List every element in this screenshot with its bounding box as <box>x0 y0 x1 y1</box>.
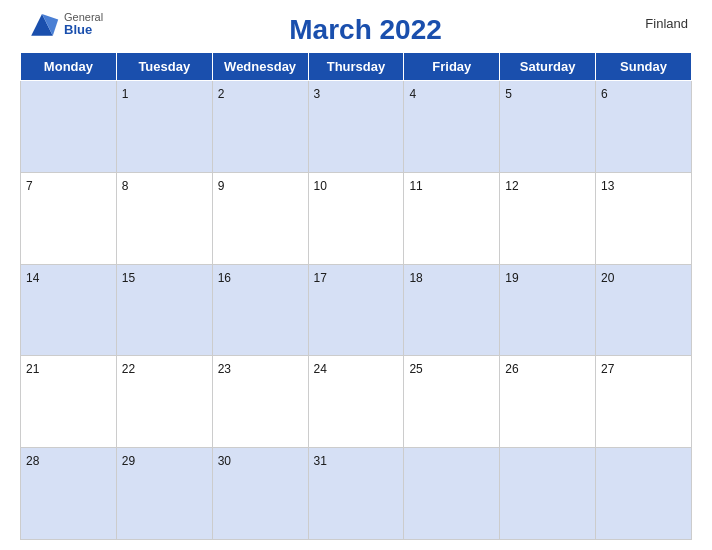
weekday-friday: Friday <box>404 53 500 81</box>
day-number: 2 <box>218 87 225 101</box>
day-number: 13 <box>601 179 614 193</box>
day-number: 19 <box>505 271 518 285</box>
weekday-thursday: Thursday <box>308 53 404 81</box>
weekday-monday: Monday <box>21 53 117 81</box>
calendar-cell: 12 <box>500 172 596 264</box>
calendar-cell: 17 <box>308 264 404 356</box>
day-number: 28 <box>26 454 39 468</box>
weekday-tuesday: Tuesday <box>116 53 212 81</box>
calendar-cell: 27 <box>596 356 692 448</box>
day-number: 26 <box>505 362 518 376</box>
day-number: 7 <box>26 179 33 193</box>
calendar-week-2: 78910111213 <box>21 172 692 264</box>
calendar-cell: 7 <box>21 172 117 264</box>
calendar-cell: 18 <box>404 264 500 356</box>
day-number: 14 <box>26 271 39 285</box>
weekday-saturday: Saturday <box>500 53 596 81</box>
day-number: 29 <box>122 454 135 468</box>
calendar-cell: 14 <box>21 264 117 356</box>
calendar-cell: 30 <box>212 448 308 540</box>
calendar-cell <box>500 448 596 540</box>
calendar-cell: 8 <box>116 172 212 264</box>
day-number: 31 <box>314 454 327 468</box>
day-number: 17 <box>314 271 327 285</box>
day-number: 22 <box>122 362 135 376</box>
calendar-cell: 23 <box>212 356 308 448</box>
calendar-cell: 13 <box>596 172 692 264</box>
calendar-week-4: 21222324252627 <box>21 356 692 448</box>
day-number: 9 <box>218 179 225 193</box>
calendar-title: March 2022 <box>103 14 628 46</box>
day-number: 16 <box>218 271 231 285</box>
calendar-cell: 19 <box>500 264 596 356</box>
calendar-body: 1234567891011121314151617181920212223242… <box>21 81 692 540</box>
calendar-cell <box>596 448 692 540</box>
day-number: 11 <box>409 179 422 193</box>
day-number: 8 <box>122 179 129 193</box>
day-number: 4 <box>409 87 416 101</box>
calendar-cell: 22 <box>116 356 212 448</box>
day-number: 3 <box>314 87 321 101</box>
calendar-cell: 3 <box>308 81 404 173</box>
calendar-week-3: 14151617181920 <box>21 264 692 356</box>
calendar-cell: 16 <box>212 264 308 356</box>
calendar-cell: 11 <box>404 172 500 264</box>
calendar-table: MondayTuesdayWednesdayThursdayFridaySatu… <box>20 52 692 540</box>
logo: General Blue <box>24 10 103 38</box>
day-number: 12 <box>505 179 518 193</box>
calendar-cell: 1 <box>116 81 212 173</box>
calendar-cell: 24 <box>308 356 404 448</box>
country-label: Finland <box>628 16 688 31</box>
calendar-cell: 29 <box>116 448 212 540</box>
logo-blue-text: Blue <box>64 23 103 37</box>
day-number: 15 <box>122 271 135 285</box>
calendar-cell: 4 <box>404 81 500 173</box>
day-number: 5 <box>505 87 512 101</box>
weekday-sunday: Sunday <box>596 53 692 81</box>
day-number: 1 <box>122 87 129 101</box>
calendar-cell: 15 <box>116 264 212 356</box>
calendar-cell: 2 <box>212 81 308 173</box>
day-number: 20 <box>601 271 614 285</box>
day-number: 6 <box>601 87 608 101</box>
calendar-cell: 26 <box>500 356 596 448</box>
day-number: 23 <box>218 362 231 376</box>
calendar-cell: 21 <box>21 356 117 448</box>
day-number: 24 <box>314 362 327 376</box>
calendar-cell: 25 <box>404 356 500 448</box>
calendar-cell: 31 <box>308 448 404 540</box>
weekday-header-row: MondayTuesdayWednesdayThursdayFridaySatu… <box>21 53 692 81</box>
logo-text: General Blue <box>64 11 103 37</box>
calendar-cell: 9 <box>212 172 308 264</box>
day-number: 18 <box>409 271 422 285</box>
page-header: General Blue March 2022 Finland <box>20 10 692 46</box>
weekday-wednesday: Wednesday <box>212 53 308 81</box>
day-number: 10 <box>314 179 327 193</box>
day-number: 25 <box>409 362 422 376</box>
calendar-cell: 5 <box>500 81 596 173</box>
calendar-cell: 28 <box>21 448 117 540</box>
calendar-cell: 20 <box>596 264 692 356</box>
calendar-cell <box>404 448 500 540</box>
day-number: 27 <box>601 362 614 376</box>
logo-icon <box>24 10 60 38</box>
day-number: 30 <box>218 454 231 468</box>
calendar-week-1: 123456 <box>21 81 692 173</box>
day-number: 21 <box>26 362 39 376</box>
calendar-week-5: 28293031 <box>21 448 692 540</box>
calendar-cell: 6 <box>596 81 692 173</box>
calendar-cell <box>21 81 117 173</box>
calendar-cell: 10 <box>308 172 404 264</box>
